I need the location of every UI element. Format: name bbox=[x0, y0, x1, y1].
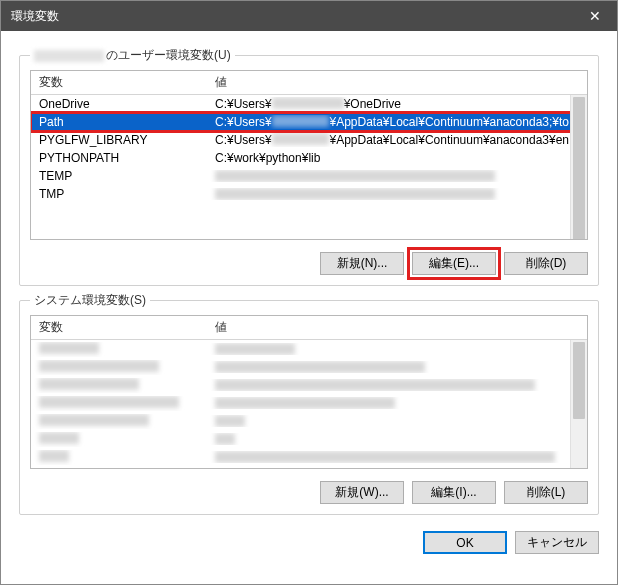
user-vars-table: 変数 値 OneDrive C:¥Users¥¥OneDrive Path C:… bbox=[30, 70, 588, 240]
user-vars-group: のユーザー環境変数(U) 変数 値 OneDrive C:¥Users¥¥One… bbox=[19, 55, 599, 286]
ok-button[interactable]: OK bbox=[423, 531, 507, 554]
table-row[interactable] bbox=[31, 430, 587, 448]
table-row[interactable]: TMP bbox=[31, 185, 587, 203]
delete-button[interactable]: 削除(L) bbox=[504, 481, 588, 504]
user-table-header: 変数 値 bbox=[31, 71, 587, 95]
table-row[interactable] bbox=[31, 448, 587, 466]
scrollbar[interactable] bbox=[570, 340, 587, 468]
user-table-body: OneDrive C:¥Users¥¥OneDrive Path C:¥User… bbox=[31, 95, 587, 239]
titlebar: 環境変数 ✕ bbox=[1, 1, 617, 31]
new-button[interactable]: 新規(N)... bbox=[320, 252, 404, 275]
table-row[interactable]: OneDrive C:¥Users¥¥OneDrive bbox=[31, 95, 587, 113]
cancel-button[interactable]: キャンセル bbox=[515, 531, 599, 554]
col-variable[interactable]: 変数 bbox=[31, 70, 207, 95]
new-button[interactable]: 新規(W)... bbox=[320, 481, 404, 504]
table-row-path[interactable]: Path C:¥Users¥¥AppData¥Local¥Continuum¥a… bbox=[31, 113, 587, 131]
edit-button[interactable]: 編集(E)... bbox=[412, 252, 496, 275]
scrollbar[interactable] bbox=[570, 95, 587, 239]
dialog-content: のユーザー環境変数(U) 変数 値 OneDrive C:¥Users¥¥One… bbox=[1, 31, 617, 566]
user-vars-label: のユーザー環境変数(U) bbox=[30, 47, 235, 64]
system-vars-table: 変数 値 bbox=[30, 315, 588, 469]
col-value[interactable]: 値 bbox=[207, 70, 587, 95]
username-blurred bbox=[34, 50, 104, 62]
system-table-header: 変数 値 bbox=[31, 316, 587, 340]
table-row[interactable] bbox=[31, 340, 587, 358]
system-button-row: 新規(W)... 編集(I)... 削除(L) bbox=[30, 481, 588, 504]
table-row[interactable]: PYGLFW_LIBRARY C:¥Users¥¥AppData¥Local¥C… bbox=[31, 131, 587, 149]
col-variable[interactable]: 変数 bbox=[31, 315, 207, 340]
table-row[interactable] bbox=[31, 412, 587, 430]
table-row[interactable]: PYTHONPATH C:¥work¥python¥lib bbox=[31, 149, 587, 167]
table-row[interactable]: TEMP bbox=[31, 167, 587, 185]
dialog-footer: OK キャンセル bbox=[19, 531, 599, 554]
table-row[interactable] bbox=[31, 358, 587, 376]
user-button-row: 新規(N)... 編集(E)... 削除(D) bbox=[30, 252, 588, 275]
system-vars-label: システム環境変数(S) bbox=[30, 292, 150, 309]
delete-button[interactable]: 削除(D) bbox=[504, 252, 588, 275]
edit-button[interactable]: 編集(I)... bbox=[412, 481, 496, 504]
system-vars-group: システム環境変数(S) 変数 値 bbox=[19, 300, 599, 515]
window-title: 環境変数 bbox=[11, 8, 59, 25]
system-table-body bbox=[31, 340, 587, 468]
col-value[interactable]: 値 bbox=[207, 315, 587, 340]
close-icon[interactable]: ✕ bbox=[572, 1, 617, 31]
table-row[interactable] bbox=[31, 394, 587, 412]
table-row[interactable] bbox=[31, 376, 587, 394]
